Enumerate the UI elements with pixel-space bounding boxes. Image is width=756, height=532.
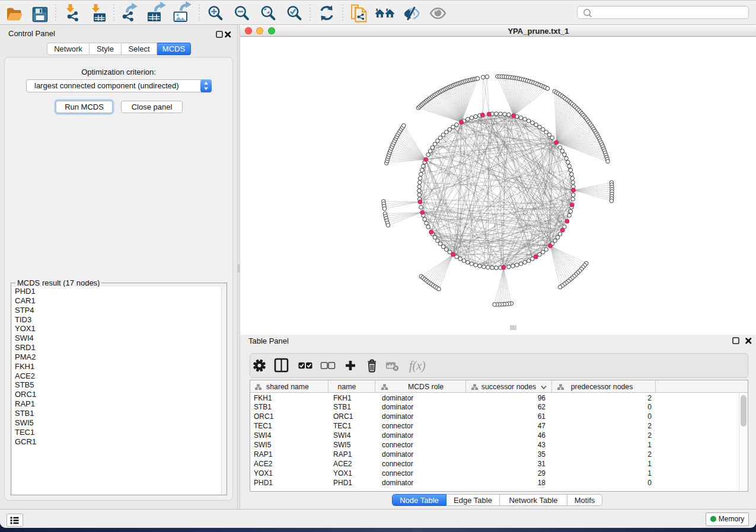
svg-text:f(x): f(x): [409, 359, 426, 373]
svg-text:successor nodes: successor nodes: [481, 383, 536, 391]
svg-text:shared name: shared name: [266, 383, 309, 391]
svg-text:predecessor nodes: predecessor nodes: [571, 383, 633, 391]
svg-text:MCDS role: MCDS role: [408, 383, 444, 391]
svg-text:name: name: [338, 383, 356, 391]
